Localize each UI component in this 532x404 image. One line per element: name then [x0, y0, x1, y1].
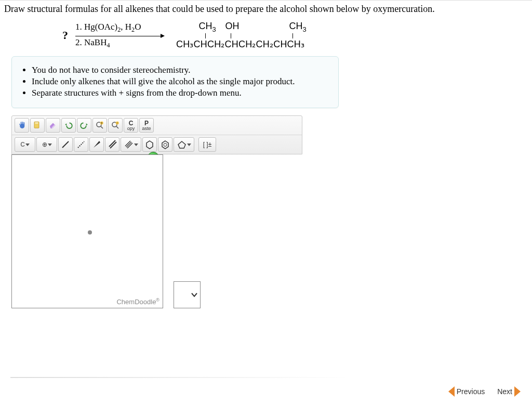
canvas-start-atom[interactable] — [88, 230, 92, 234]
eraser-tool[interactable] — [46, 118, 60, 133]
svg-marker-20 — [162, 141, 168, 149]
svg-line-8 — [116, 126, 118, 128]
drawing-canvas[interactable]: ChemDoodle® — [11, 154, 163, 308]
bracket-charge-tool[interactable]: [ ]± — [198, 137, 216, 152]
chevron-down-icon — [48, 144, 52, 146]
hand-tool[interactable] — [15, 118, 29, 133]
hint-item: Separate structures with + signs from th… — [32, 88, 329, 98]
question-prompt: Draw structural formulas for all alkenes… — [0, 1, 532, 20]
svg-line-18 — [127, 143, 132, 148]
svg-line-14 — [109, 140, 115, 147]
hint-item: Include only alkenes that will give the … — [32, 76, 329, 87]
benzene-tool[interactable] — [158, 137, 172, 152]
footer-navigation: Previous Next — [448, 386, 521, 397]
svg-rect-1 — [35, 123, 38, 124]
instructions-box: You do not have to consider stereochemis… — [11, 56, 339, 108]
zoom-in-button[interactable] — [92, 118, 107, 133]
charge-picker[interactable]: ⊕ — [36, 137, 57, 152]
chevron-left-icon — [448, 386, 455, 397]
svg-rect-0 — [34, 122, 39, 128]
operator-dropdown[interactable] — [174, 281, 201, 308]
editor-toolbar: C opy P aste C ⊕ — [11, 115, 302, 154]
chevron-down-icon — [134, 144, 138, 146]
chevron-down-icon — [25, 144, 30, 146]
svg-line-15 — [110, 142, 116, 148]
chevron-down-icon — [191, 291, 198, 298]
svg-point-21 — [164, 144, 167, 147]
chevron-right-icon — [514, 386, 521, 397]
previous-button[interactable]: Previous — [448, 386, 485, 397]
chevron-down-icon — [187, 144, 191, 146]
double-bond-tool[interactable] — [105, 137, 119, 152]
single-bond-tool[interactable] — [58, 137, 73, 152]
zoom-out-button[interactable] — [108, 118, 123, 133]
svg-marker-19 — [147, 141, 153, 149]
redo-button[interactable] — [77, 118, 91, 133]
svg-marker-13 — [94, 141, 100, 148]
structure-editor: C opy P aste C ⊕ — [11, 115, 349, 308]
svg-line-17 — [126, 142, 131, 147]
svg-marker-22 — [178, 141, 185, 148]
ring-picker[interactable] — [174, 137, 194, 152]
svg-point-4 — [100, 122, 103, 125]
svg-line-16 — [125, 141, 130, 146]
svg-line-3 — [101, 126, 103, 128]
reagents: 1. Hg(OAc)2, H2O 2. NaBH4 — [75, 21, 164, 50]
svg-point-9 — [116, 122, 119, 125]
wedge-bond-tool[interactable] — [89, 137, 104, 152]
cyclohexane-tool[interactable] — [142, 137, 157, 152]
lasso-tool[interactable] — [30, 118, 45, 133]
chemdoodle-brand: ChemDoodle® — [116, 297, 159, 306]
triple-bond-picker[interactable] — [121, 137, 141, 152]
copy-button[interactable]: C opy — [124, 118, 138, 133]
product-structure: CH3 OH CH3 CH₃CHCH₂CHCH₂CH₂CHCH₃ — [176, 21, 312, 50]
paste-button[interactable]: P aste — [139, 118, 154, 133]
recessed-bond-tool[interactable] — [74, 137, 88, 152]
hint-item: You do not have to consider stereochemis… — [32, 65, 329, 75]
svg-point-7 — [112, 122, 117, 127]
next-button[interactable]: Next — [497, 386, 521, 397]
element-picker[interactable]: C — [15, 137, 35, 152]
svg-line-12 — [78, 141, 84, 148]
svg-point-2 — [97, 122, 101, 127]
svg-line-11 — [62, 141, 69, 148]
reaction-scheme: ? 1. Hg(OAc)2, H2O 2. NaBH4 CH3 OH CH3 C… — [62, 21, 532, 50]
unknown-reactant: ? — [62, 29, 68, 42]
undo-button[interactable] — [61, 118, 76, 133]
